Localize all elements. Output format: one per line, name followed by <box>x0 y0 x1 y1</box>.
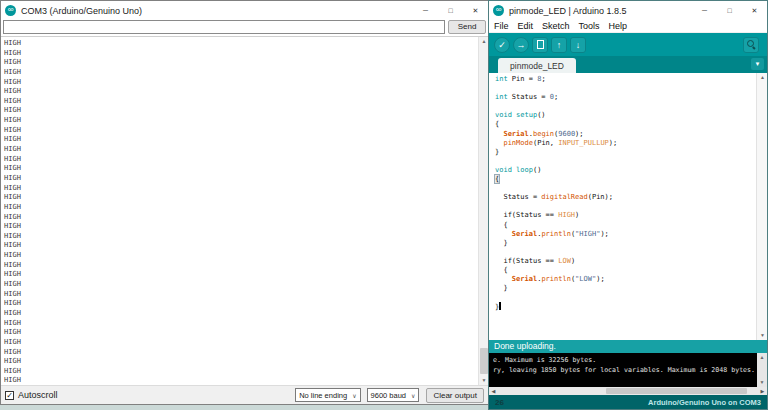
serial-monitor-window: ∞ COM3 (Arduino/Genuino Uno) ─ □ ✕ Send … <box>0 0 489 405</box>
code-line <box>495 202 754 211</box>
serial-output-line: HIGH <box>4 213 476 223</box>
code-line: if(Status == LOW) <box>495 257 754 266</box>
code-line: pinMode(Pin, INPUT_PULLUP); <box>495 139 754 148</box>
scroll-down-icon[interactable]: ▼ <box>757 331 767 340</box>
menu-edit[interactable]: Edit <box>518 21 534 31</box>
scroll-down-icon[interactable]: ▼ <box>479 376 488 385</box>
serial-scrollbar-thumb[interactable] <box>480 348 488 374</box>
serial-output-line: HIGH <box>4 376 476 385</box>
code-editor[interactable]: int Pin = 8;int Status = 0;void setup(){… <box>489 73 767 340</box>
text-caret <box>499 302 501 310</box>
ide-titlebar: ∞ pinmode_LED | Arduino 1.8.5 ─ □ ✕ <box>489 1 767 20</box>
code-line: } <box>495 239 754 248</box>
code-line: int Pin = 8; <box>495 75 754 84</box>
close-icon[interactable]: ✕ <box>463 1 488 20</box>
ide-window-controls: ─ □ ✕ <box>692 1 767 20</box>
serial-output-line: HIGH <box>4 126 476 136</box>
console-line: e. Maximum is 32256 bytes. <box>493 356 756 366</box>
menu-help[interactable]: Help <box>609 21 628 31</box>
code-line: void loop() <box>495 166 754 175</box>
scroll-up-icon[interactable]: ▲ <box>757 73 767 82</box>
code-line: Serial.begin(9600); <box>495 130 754 139</box>
serial-monitor-footer: ✓ Autoscroll No line ending ∨ 9600 baud … <box>1 385 488 404</box>
scroll-left-icon[interactable]: ◀ <box>489 387 498 395</box>
serial-output-line: HIGH <box>4 251 476 261</box>
baud-rate-value: 9600 baud <box>371 391 406 400</box>
magnifier-icon <box>747 40 756 49</box>
serial-output-line: HIGH <box>4 290 476 300</box>
scroll-down-icon[interactable]: ▼ <box>757 378 767 387</box>
code-line: Status = digitalRead(Pin); <box>495 193 754 202</box>
serial-output-line: HIGH <box>4 357 476 367</box>
serial-output-area: HIGHHIGHHIGHHIGHHIGHHIGHHIGHHIGHHIGHHIGH… <box>4 39 476 385</box>
save-button[interactable]: ↓ <box>570 37 586 53</box>
new-document-icon <box>537 40 544 49</box>
serial-output-line: HIGH <box>4 203 476 213</box>
serial-output-line: HIGH <box>4 116 476 126</box>
serial-output-line: HIGH <box>4 106 476 116</box>
serial-output-line: HIGH <box>4 68 476 78</box>
tab-pinmode-led[interactable]: pinmode_LED <box>498 58 576 73</box>
menu-file[interactable]: File <box>494 21 509 31</box>
tab-menu-button[interactable]: ▼ <box>751 58 764 70</box>
menu-sketch[interactable]: Sketch <box>542 21 570 31</box>
scroll-right-icon[interactable]: ▶ <box>758 387 767 395</box>
maximize-icon[interactable]: □ <box>438 1 463 20</box>
serial-output-line: HIGH <box>4 184 476 194</box>
ide-toolbar: ✓→↑↓ <box>489 33 767 56</box>
upload-status-bar: Done uploading. <box>489 340 767 353</box>
serial-output-line: HIGH <box>4 328 476 338</box>
line-ending-value: No line ending <box>299 391 347 400</box>
console-hscrollbar[interactable]: ◀ ▶ <box>489 387 767 395</box>
upload-status-message: Done uploading. <box>494 341 556 351</box>
scroll-up-icon[interactable]: ▲ <box>479 37 488 46</box>
code-line: if(Status == HIGH) <box>495 211 754 220</box>
board-port-status: Arduino/Genuino Uno on COM3 <box>648 398 761 407</box>
chevron-down-icon: ∨ <box>411 392 415 399</box>
minimize-icon[interactable]: ─ <box>692 1 717 20</box>
menu-tools[interactable]: Tools <box>579 21 600 31</box>
serial-output-line: HIGH <box>4 135 476 145</box>
code-line <box>495 84 754 93</box>
code-line <box>495 248 754 257</box>
baud-rate-select[interactable]: 9600 baud ∨ <box>367 388 420 402</box>
editor-scrollbar[interactable]: ▲ ▼ <box>756 73 767 340</box>
close-icon[interactable]: ✕ <box>742 1 767 20</box>
code-line: int Status = 0; <box>495 93 754 102</box>
code-line: { <box>495 120 754 129</box>
serial-send-input[interactable] <box>3 20 445 34</box>
serial-output-line: HIGH <box>4 174 476 184</box>
serial-output-line: HIGH <box>4 193 476 203</box>
code-line <box>495 293 754 302</box>
send-row: Send <box>3 20 486 35</box>
code-line <box>495 184 754 193</box>
upload-button[interactable]: → <box>513 37 529 53</box>
serial-output-line: HIGH <box>4 49 476 59</box>
open-button[interactable]: ↑ <box>551 37 567 53</box>
code-line: } <box>495 284 754 293</box>
autoscroll-checkbox[interactable]: ✓ <box>5 391 14 400</box>
line-ending-select[interactable]: No line ending ∨ <box>295 388 360 402</box>
code-line: { <box>495 221 754 230</box>
serial-output-line: HIGH <box>4 367 476 377</box>
serial-output-line: HIGH <box>4 232 476 242</box>
minimize-icon[interactable]: ─ <box>413 1 438 20</box>
maximize-icon[interactable]: □ <box>717 1 742 20</box>
verify-button[interactable]: ✓ <box>494 37 510 53</box>
serial-output-line: HIGH <box>4 299 476 309</box>
code-line <box>495 157 754 166</box>
console-scrollbar[interactable]: ▲ ▼ <box>757 353 767 387</box>
scroll-up-icon[interactable]: ▲ <box>757 353 767 362</box>
clear-output-button[interactable]: Clear output <box>426 388 484 403</box>
serial-monitor-titlebar: ∞ COM3 (Arduino/Genuino Uno) ─ □ ✕ <box>1 1 488 20</box>
serial-scrollbar[interactable]: ▲ ▼ <box>478 37 488 385</box>
tab-bar: pinmode_LED ▼ <box>489 56 767 73</box>
ide-title: pinmode_LED | Arduino 1.8.5 <box>509 6 626 16</box>
code-line: } <box>495 302 754 311</box>
send-button[interactable]: Send <box>448 20 486 34</box>
hscrollbar-thumb[interactable] <box>606 388 747 394</box>
serial-monitor-button[interactable] <box>743 37 759 53</box>
new-sketch-button[interactable] <box>532 37 548 53</box>
chevron-down-icon: ∨ <box>352 392 356 399</box>
serial-window-controls: ─ □ ✕ <box>413 1 488 20</box>
